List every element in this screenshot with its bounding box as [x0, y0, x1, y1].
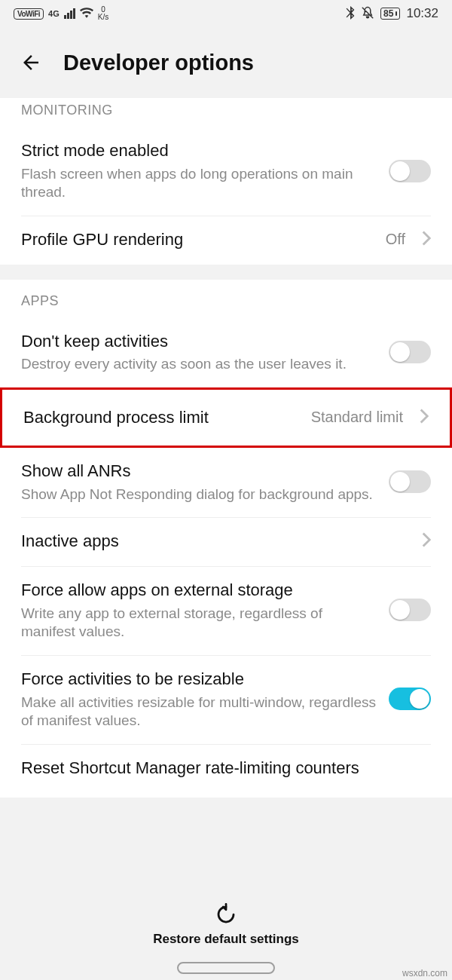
page-title: Developer options [63, 51, 254, 75]
item-dont-keep-activities[interactable]: Don't keep activities Destroy every acti… [0, 318, 452, 387]
item-title: Don't keep activities [21, 330, 377, 353]
mute-icon [361, 6, 374, 22]
item-strict-mode[interactable]: Strict mode enabled Flash screen when ap… [0, 127, 452, 216]
watermark: wsxdn.com [402, 968, 447, 978]
chevron-right-icon [422, 231, 431, 249]
item-title: Strict mode enabled [21, 139, 377, 162]
section-header-apps: APPS [0, 280, 452, 318]
status-left: VoWiFi 4G 0 K/s [14, 6, 108, 21]
item-value: Off [386, 231, 405, 248]
restore-defaults-button[interactable]: Restore default settings [0, 891, 452, 954]
vowifi-badge: VoWiFi [14, 8, 44, 20]
clock: 10:32 [406, 6, 438, 21]
status-bar: VoWiFi 4G 0 K/s 85 10:32 [0, 0, 452, 27]
chevron-right-icon [422, 532, 431, 550]
section-header-monitoring: MONITORING [0, 98, 452, 127]
item-title: Force allow apps on external storage [21, 579, 377, 602]
battery-indicator: 85 [380, 8, 400, 20]
item-title: Reset Shortcut Manager rate-limiting cou… [21, 757, 431, 779]
app-header: Developer options [0, 27, 452, 98]
item-title: Inactive apps [21, 530, 405, 553]
item-value: Standard limit [311, 409, 403, 426]
bluetooth-icon [346, 6, 355, 22]
status-right: 85 10:32 [346, 6, 438, 22]
signal-icon [64, 8, 75, 19]
bottom-bar: Restore default settings [0, 891, 452, 980]
wifi-icon [80, 8, 93, 20]
item-subtitle: Show App Not Responding dialog for backg… [21, 485, 377, 504]
restore-icon [215, 903, 237, 929]
network-speed: 0 K/s [98, 6, 108, 21]
restore-label: Restore default settings [153, 932, 299, 947]
item-title: Force activities to be resizable [21, 668, 377, 691]
back-button[interactable] [18, 50, 44, 75]
highlight-annotation: Background process limit Standard limit [0, 387, 452, 448]
chevron-right-icon [420, 409, 429, 427]
item-title: Background process limit [23, 406, 299, 429]
item-profile-gpu[interactable]: Profile GPU rendering Off [0, 216, 452, 265]
item-subtitle: Make all activities resizable for multi-… [21, 694, 377, 730]
item-show-anrs[interactable]: Show all ANRs Show App Not Responding di… [0, 448, 452, 517]
item-force-external-storage[interactable]: Force allow apps on external storage Wri… [0, 567, 452, 655]
item-force-resizable[interactable]: Force activities to be resizable Make al… [0, 656, 452, 744]
item-background-process-limit[interactable]: Background process limit Standard limit [2, 390, 450, 446]
item-reset-shortcut[interactable]: Reset Shortcut Manager rate-limiting cou… [0, 745, 452, 798]
item-title: Show all ANRs [21, 460, 377, 482]
item-inactive-apps[interactable]: Inactive apps [0, 518, 452, 566]
toggle-dont-keep[interactable] [389, 341, 431, 363]
network-type: 4G [48, 9, 60, 18]
item-subtitle: Flash screen when apps do long operation… [21, 165, 377, 202]
toggle-force-external[interactable] [389, 599, 431, 621]
toggle-strict-mode[interactable] [389, 160, 431, 182]
item-subtitle: Destroy every activity as soon as the us… [21, 355, 377, 374]
nav-pill[interactable] [177, 962, 275, 974]
toggle-show-anrs[interactable] [389, 470, 431, 493]
toggle-force-resizable[interactable] [389, 688, 431, 710]
item-subtitle: Write any app to external storage, regar… [21, 605, 377, 642]
item-title: Profile GPU rendering [21, 228, 374, 251]
